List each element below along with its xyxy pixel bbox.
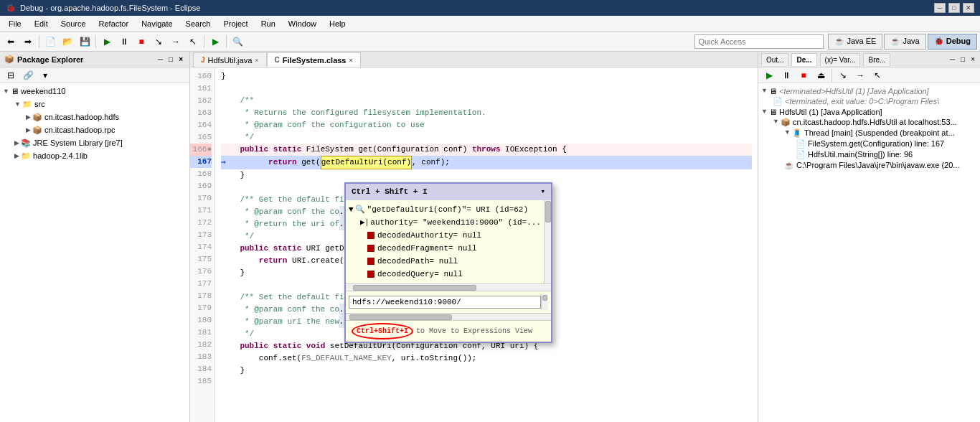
right-panel-maximize[interactable]: □	[958, 55, 967, 64]
debug-label-class: cn.itcast.hadoop.hdfs.HdfsUtil at localh…	[793, 118, 957, 126]
tree-icon-jre: 📚	[21, 139, 31, 148]
tree-label-hdfs: cn.itcast.hadoop.hdfs	[44, 113, 119, 121]
tree-item-hadoop[interactable]: ▶ 📁 hadoop-2.4.1lib	[0, 149, 189, 162]
debug-disconnect-btn[interactable]: ⏏	[813, 67, 829, 83]
debug-icon-hdfsutil: 🖥	[769, 108, 777, 116]
debug-item-hdfsutil-main[interactable]: 📄 HdfsUtil.main(String[]) line: 96	[761, 149, 977, 160]
toolbar-btn-run[interactable]: ▶	[207, 34, 223, 50]
panel-minimize-btn[interactable]: ─	[156, 55, 165, 64]
popup-val-hscroll[interactable]	[346, 313, 551, 320]
toolbar-debug-resume[interactable]: ▶	[99, 34, 115, 50]
tab-icon-hdfs: J	[201, 56, 205, 64]
popup-value-input[interactable]	[349, 296, 541, 309]
code-line-162: /**	[221, 95, 752, 107]
menu-refactor[interactable]: Refactor	[93, 18, 135, 29]
tree-item-hdfs[interactable]: ▶ 📦 cn.itcast.hadoop.hdfs	[0, 111, 189, 123]
popup-dropdown-icon[interactable]: ▾	[540, 186, 545, 198]
popup-tree-text-0: "getDefaultUri(conf)"= URI (id=62)	[367, 204, 528, 215]
collapse-all-btn[interactable]: ⊟	[3, 67, 19, 83]
toolbar-btn-open[interactable]: 📂	[60, 34, 75, 50]
right-panel-controls[interactable]: ─ □ ×	[948, 55, 977, 64]
tree-item-weekend110[interactable]: ▼ 🖥 weekend110	[0, 85, 189, 98]
window-title: Debug - org.apache.hadoop.fs.FileSystem …	[20, 4, 200, 12]
menu-help[interactable]: Help	[324, 18, 352, 29]
debug-label-fs-get: FileSystem.get(Configuration) line: 167	[808, 139, 944, 148]
toolbar-btn-1[interactable]: ⬅	[3, 34, 19, 50]
toolbar-debug-stop[interactable]: ■	[133, 34, 149, 50]
debug-tree[interactable]: ▼ 🖥 <terminated>HdfsUtil (1) [Java Appli…	[758, 83, 980, 422]
debug-item-javaw[interactable]: ☕ C:\Program Files\Java\jre7\bin\javaw.e…	[761, 160, 977, 171]
panel-header-controls[interactable]: ─ □ ×	[156, 55, 185, 64]
debug-item-fs-get[interactable]: 📄 FileSystem.get(Configuration) line: 16…	[761, 139, 977, 149]
debug-item-class[interactable]: ▼ 📦 cn.itcast.hadoop.hdfs.HdfsUtil at lo…	[761, 117, 977, 128]
perspective-java[interactable]: ☕ Java	[884, 34, 925, 50]
debug-suspend-btn[interactable]: ⏸	[778, 67, 794, 83]
tree-arrow-weekend110: ▼	[3, 88, 9, 95]
tab-variables[interactable]: (x)= Var...	[820, 53, 861, 66]
popup-value-scrollbar[interactable]	[541, 294, 548, 310]
toolbar-debug-step-over[interactable]: →	[168, 34, 184, 50]
main-layout: 📦 Package Explorer ─ □ × ⊟ 🔗 ▾ ▼ 🖥 weeke…	[0, 52, 980, 422]
tab-close-filesystem[interactable]: ×	[349, 57, 352, 64]
tree-item-jre[interactable]: ▶ 📚 JRE System Library [jre7]	[0, 136, 189, 149]
menu-edit[interactable]: Edit	[29, 18, 54, 29]
debug-stop-btn[interactable]: ■	[796, 67, 811, 83]
debug-step-return-btn[interactable]: ↖	[870, 67, 885, 83]
debug-step-over-btn[interactable]: →	[852, 67, 868, 83]
toolbar-btn-new[interactable]: 📄	[42, 34, 58, 50]
code-area[interactable]: } /** * Returns the configured filesyste…	[215, 67, 758, 422]
popup-scrollbar[interactable]	[544, 200, 551, 283]
menu-window[interactable]: Window	[283, 18, 322, 29]
popup-circle-btn[interactable]: Ctrl+Shift+I	[352, 323, 413, 339]
toolbar-btn-2[interactable]: ➡	[20, 34, 36, 50]
toolbar-btn-save[interactable]: 💾	[77, 34, 93, 50]
debug-item-hdfsutil[interactable]: ▼ 🖥 HdfsUtil (1) [Java Application]	[761, 107, 977, 117]
tab-breakpoints[interactable]: Bre...	[863, 53, 890, 66]
maximize-button[interactable]: □	[948, 3, 960, 13]
menu-navigate[interactable]: Navigate	[136, 18, 178, 29]
toolbar-debug-step-return[interactable]: ↖	[185, 34, 201, 50]
debug-label-exit: <terminated, exit value: 0>C:\Program Fi…	[785, 97, 939, 106]
perspective-javaee[interactable]: ☕ Java EE	[828, 34, 882, 50]
popup-tree-item-0: ▼ 🔍 "getDefaultUri(conf)"= URI (id=62)	[349, 203, 541, 216]
debug-item-thread[interactable]: ▼ 🧵 Thread [main] (Suspended (breakpoint…	[761, 128, 977, 139]
menu-search[interactable]: Search	[180, 18, 217, 29]
debug-item-terminated[interactable]: ▼ 🖥 <terminated>HdfsUtil (1) [Java Appli…	[761, 86, 977, 96]
toolbar-debug-step-into[interactable]: ↘	[151, 34, 166, 50]
link-editor-btn[interactable]: 🔗	[20, 67, 36, 83]
quick-access-input[interactable]	[694, 34, 824, 49]
panel-menu-btn[interactable]: ▾	[37, 67, 53, 83]
minimize-button[interactable]: ─	[934, 3, 946, 13]
close-button[interactable]: ✕	[963, 3, 974, 13]
title-bar-controls[interactable]: ─ □ ✕	[934, 3, 974, 13]
popup-footer: Ctrl+Shift+I to Move to Expressions View	[346, 320, 551, 342]
tab-out[interactable]: Out...	[761, 53, 788, 66]
tab-hdfsutil-java[interactable]: J HdfsUtil.java ×	[193, 52, 267, 67]
debug-step-into-btn[interactable]: ↘	[835, 67, 851, 83]
popup-hscroll[interactable]	[346, 283, 551, 291]
popup-title: Ctrl + Shift + I	[352, 186, 428, 198]
toolbar-sep-1	[39, 35, 39, 48]
app-icon: 🐞	[6, 4, 16, 13]
tab-close-hdfsutil[interactable]: ×	[255, 57, 258, 64]
package-tree[interactable]: ▼ 🖥 weekend110 ▼ 📁 src ▶ 📦 cn.itcast.had…	[0, 83, 189, 422]
menu-run[interactable]: Run	[255, 18, 281, 29]
toolbar-btn-search[interactable]: 🔍	[230, 34, 245, 50]
menu-project[interactable]: Project	[217, 18, 253, 29]
menu-source[interactable]: Source	[55, 18, 92, 29]
tree-item-rpc[interactable]: ▶ 📦 cn.itcast.hadoop.rpc	[0, 123, 189, 136]
toolbar-debug-suspend[interactable]: ⏸	[116, 34, 132, 50]
debug-item-exit[interactable]: 📄 <terminated, exit value: 0>C:\Program …	[761, 96, 977, 107]
right-panel-close[interactable]: ×	[969, 55, 977, 64]
panel-close-btn[interactable]: ×	[176, 55, 185, 64]
tab-debug[interactable]: De...	[791, 53, 816, 66]
toolbar: ⬅ ➡ 📄 📂 💾 ▶ ⏸ ■ ↘ → ↖ ▶ 🔍 ☕ Java EE ☕ Ja…	[0, 32, 980, 52]
perspective-debug[interactable]: 🐞 Debug	[928, 34, 977, 50]
tree-item-src[interactable]: ▼ 📁 src	[0, 98, 189, 111]
tab-filesystem-class[interactable]: C FileSystem.class ×	[267, 52, 361, 67]
panel-toolbar: ⊟ 🔗 ▾	[0, 67, 189, 83]
debug-resume-btn[interactable]: ▶	[761, 67, 777, 83]
menu-file[interactable]: File	[3, 18, 27, 29]
right-panel-minimize[interactable]: ─	[948, 55, 957, 64]
panel-maximize-btn[interactable]: □	[166, 55, 175, 64]
